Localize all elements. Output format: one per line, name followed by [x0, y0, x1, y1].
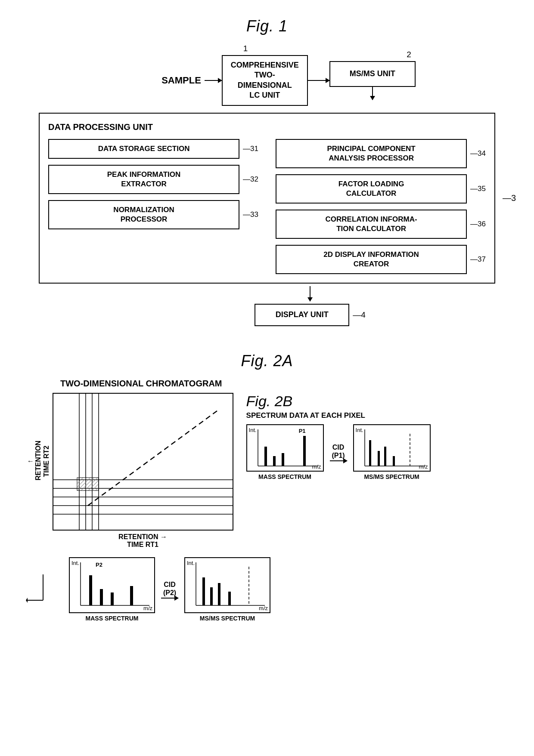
lc-unit-box: COMPREHENSIVE TWO-DIMENSIONAL LC UNIT — [222, 55, 308, 106]
pca-box: PRINCIPAL COMPONENT ANALYSIS PROCESSOR — [276, 139, 467, 168]
msms-spectrum-upper-label: MS/MS SPECTRUM — [364, 473, 419, 480]
display2d-label: 2D DISPLAY INFORMATION CREATOR — [323, 250, 419, 268]
correlation-label: CORRELATION INFORMA- TION CALCULATOR — [325, 215, 417, 233]
arrow-lower-svg — [26, 574, 60, 609]
mass-spectrum-upper-box: Int. m/z P1 — [246, 424, 324, 472]
data-storage-row: DATA STORAGE SECTION —31 — [48, 139, 258, 159]
display2d-row: 2D DISPLAY INFORMATION CREATOR —37 — [276, 245, 486, 274]
dpu-outer-box: DATA PROCESSING UNIT DATA STORAGE SECTIO… — [39, 113, 495, 284]
svg-rect-15 — [273, 456, 276, 466]
ms-unit-box: MS/MS UNIT — [329, 61, 416, 87]
svg-rect-36 — [202, 577, 205, 605]
svg-rect-21 — [378, 451, 380, 466]
ref33-label: —33 — [243, 210, 258, 219]
ref35-label: —35 — [470, 185, 486, 193]
svg-rect-10 — [77, 478, 99, 491]
mass-spectrum-lower-box: Int. m/z P2 — [69, 557, 155, 613]
svg-rect-31 — [100, 589, 103, 605]
cid-p2-label: CID(P2) — [163, 580, 176, 597]
chromatogram-box — [53, 393, 233, 531]
svg-rect-38 — [218, 583, 220, 605]
mass-spectrum-upper-svg — [247, 425, 325, 472]
x-axis-label: RETENTION → TIME RT1 — [118, 533, 167, 549]
display-unit-box: DISPLAY UNIT — [255, 304, 349, 326]
mass-spectrum-upper-label: MASS SPECTRUM — [258, 473, 311, 480]
pca-label: PRINCIPAL COMPONENT ANALYSIS PROCESSOR — [327, 145, 415, 162]
ref37-label: —37 — [470, 255, 486, 264]
normalization-row: NORMALIZATION PROCESSOR —33 — [48, 200, 258, 229]
y-axis-line1: RETENTION — [34, 441, 42, 480]
fig2a-section: Fig. 2A TWO-DIMENSIONAL CHROMATOGRAM ↑ R… — [26, 352, 508, 622]
display2d-box: 2D DISPLAY INFORMATION CREATOR — [276, 245, 467, 274]
peak-info-row: PEAK INFORMATION EXTRACTOR —32 — [48, 165, 258, 194]
cid-p1-label: CID(P1) — [332, 443, 345, 460]
normalization-label: NORMALIZATION PROCESSOR — [113, 206, 174, 223]
dpu-label: DATA PROCESSING UNIT — [48, 122, 486, 132]
svg-rect-39 — [228, 592, 231, 605]
peak-info-label: PEAK INFORMATION EXTRACTOR — [107, 170, 181, 188]
ref3-label: —3 — [503, 193, 516, 203]
data-storage-box: DATA STORAGE SECTION — [48, 139, 239, 159]
svg-rect-16 — [282, 453, 284, 466]
fig2a-chromatogram-label: TWO-DIMENSIONAL CHROMATOGRAM — [60, 379, 508, 389]
svg-rect-23 — [393, 456, 395, 466]
factor-loading-box: FACTOR LOADING CALCULATOR — [276, 174, 467, 204]
mass-spectrum-lower-label: MASS SPECTRUM — [86, 615, 139, 622]
fig2a-title: Fig. 2A — [26, 352, 508, 370]
msms-spectrum-upper-svg — [354, 425, 432, 472]
svg-rect-17 — [303, 436, 306, 466]
factor-loading-label: FACTOR LOADING CALCULATOR — [338, 180, 404, 197]
pca-row: PRINCIPAL COMPONENT ANALYSIS PROCESSOR —… — [276, 139, 486, 168]
msms-spectrum-lower-box: Int. m/z — [184, 557, 270, 613]
ref4-label: —4 — [353, 310, 366, 320]
svg-rect-37 — [210, 587, 213, 605]
ref36-label: —36 — [470, 220, 486, 228]
svg-rect-22 — [384, 447, 386, 466]
mass-spectrum-lower-svg — [70, 558, 156, 614]
msms-spectrum-lower-label: MS/MS SPECTRUM — [200, 615, 255, 622]
data-storage-label: DATA STORAGE SECTION — [98, 145, 190, 153]
lc-unit-label: COMPREHENSIVE TWO-DIMENSIONAL LC UNIT — [230, 60, 300, 101]
chromatogram-svg — [53, 394, 233, 531]
fig2b-subtitle: SPECTRUM DATA AT EACH PIXEL — [246, 411, 431, 420]
svg-rect-20 — [369, 440, 371, 466]
svg-rect-33 — [130, 586, 133, 605]
page: { "fig1": { "title": "Fig. 1", "sample_l… — [0, 0, 534, 639]
ref2-label: 2 — [407, 50, 411, 59]
fig2b-title: Fig. 2B — [246, 393, 431, 410]
ref1-label: 1 — [243, 44, 248, 53]
display-unit-label: DISPLAY UNIT — [276, 310, 329, 319]
ref34-label: —34 — [470, 149, 486, 158]
correlation-box: CORRELATION INFORMA- TION CALCULATOR — [276, 210, 467, 239]
svg-marker-27 — [26, 598, 28, 603]
peak-info-box: PEAK INFORMATION EXTRACTOR — [48, 165, 239, 194]
svg-rect-32 — [111, 592, 114, 605]
fig1-title: Fig. 1 — [26, 17, 508, 35]
y-arrow: ↑ — [26, 460, 34, 463]
msms-spectrum-upper-box: Int. m/z — [353, 424, 431, 472]
normalization-box: NORMALIZATION PROCESSOR — [48, 200, 239, 229]
svg-line-9 — [88, 411, 217, 506]
dpu-right-col: PRINCIPAL COMPONENT ANALYSIS PROCESSOR —… — [276, 139, 486, 275]
ms-unit-label: MS/MS UNIT — [350, 69, 395, 79]
msms-spectrum-lower-svg — [185, 558, 271, 614]
y-axis-line2: TIME RT2 — [42, 446, 50, 477]
dpu-left-col: DATA STORAGE SECTION —31 PEAK INFORMATIO… — [48, 139, 258, 275]
svg-rect-30 — [89, 575, 92, 605]
correlation-row: CORRELATION INFORMA- TION CALCULATOR —36 — [276, 210, 486, 239]
ref32-label: —32 — [243, 175, 258, 184]
fig1-section: Fig. 1 1 SAMPLE COMPREHENSIVE TWO-DIMENS… — [26, 17, 508, 326]
ref31-label: —31 — [243, 145, 258, 153]
svg-rect-14 — [264, 447, 267, 466]
sample-label: SAMPLE — [161, 75, 201, 86]
factor-loading-row: FACTOR LOADING CALCULATOR —35 — [276, 174, 486, 204]
